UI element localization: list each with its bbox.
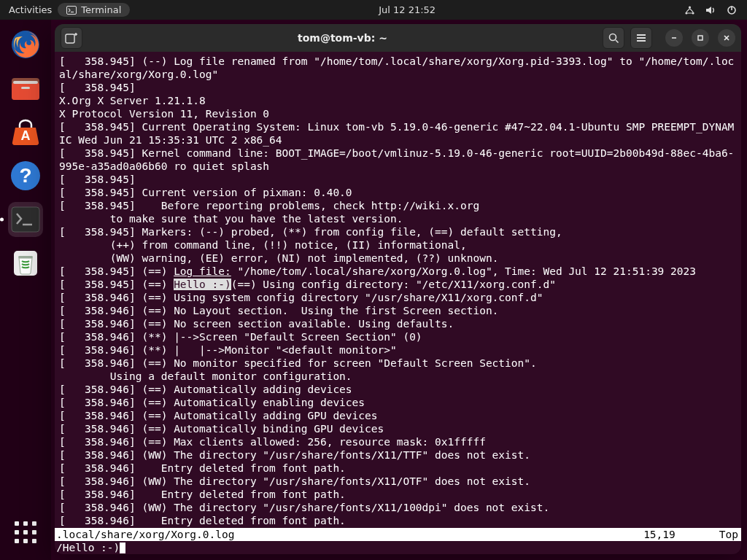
terminal-line: [ 358.946] (==) Automatically adding GPU… [59,409,737,422]
active-app-label: Terminal [81,4,121,15]
svg-text:?: ? [19,164,31,187]
vim-status-bar: .local/share/xorg/Xorg.0.log 15,19 Top [55,528,741,541]
terminal-line: [ 358.946] (WW) The directory "/usr/shar… [59,475,737,488]
terminal-line: [ 358.946] (==) No Layout section. Using… [59,304,737,317]
terminal-line: [ 358.945] (==) Log file: "/home/tom/.lo… [59,265,737,278]
terminal-line: [ 358.946] (WW) The directory "/usr/shar… [59,501,737,514]
svg-line-23 [616,40,619,43]
active-app-indicator[interactable]: Terminal [58,3,130,17]
terminal-line: [ 358.945] [59,173,737,186]
terminal-line: [ 358.945] Before reporting problems, ch… [59,199,737,212]
terminal-line: [ 358.946] (**) | |-->Monitor "<default … [59,343,737,357]
terminal-line: X.Org X Server 1.21.1.8 [59,94,737,107]
power-icon[interactable] [727,5,737,15]
software-icon[interactable]: A [8,114,43,149]
svg-rect-18 [18,256,33,258]
terminal-line: X Protocol Version 11, Revision 0 [59,107,737,120]
terminal-line: [ 358.946] (**) |-->Screen "Default Scre… [59,330,737,343]
network-icon[interactable] [684,5,695,15]
svg-point-22 [610,34,616,41]
cursor-icon [120,542,125,553]
terminal-line: (WW) warning, (EE) error, (NI) not imple… [59,252,737,265]
svg-point-2 [689,6,691,8]
files-icon[interactable] [8,71,43,106]
terminal-line: [ 358.945] [59,81,737,94]
terminal-line: [ 358.945] Kernel command line: BOOT_IMA… [59,147,737,173]
terminal-line: [ 358.946] (==) Automatically adding dev… [59,383,737,396]
svg-rect-9 [12,82,39,100]
svg-rect-11 [21,87,30,89]
top-panel: Activities Terminal Jul 12 21:52 [0,0,747,20]
terminal-line: [ 358.945] Markers: (--) probed, (**) fr… [59,225,737,238]
close-button[interactable] [718,29,735,47]
svg-point-3 [685,12,687,14]
clock[interactable]: Jul 12 21:52 [130,4,684,15]
svg-rect-19 [66,34,74,43]
svg-rect-10 [13,81,38,84]
show-applications-icon[interactable] [8,515,43,550]
terminal-small-icon [66,6,77,15]
terminal-line: [ 358.945] (--) Log file renamed from "/… [59,55,737,81]
terminal-line: [ 358.946] Entry deleted from font path. [59,488,737,501]
terminal-line: [ 358.945] Current Operating System: Lin… [59,120,737,147]
help-icon[interactable]: ? [8,158,43,193]
terminal-icon[interactable] [8,202,43,237]
search-highlight: Hello :-) [174,279,231,290]
terminal-line: [ 358.945] Current version of pixman: 0.… [59,186,737,199]
svg-text:A: A [21,128,31,143]
window-title: tom@tom-vb: ~ [88,32,597,44]
status-scroll: Top [719,529,738,540]
terminal-line: [ 358.946] (==) Max clients allowed: 256… [59,435,737,448]
terminal-line: [ 358.946] (==) Using system config dire… [59,291,737,304]
terminal-output[interactable]: [ 358.945] (--) Log file renamed from "/… [55,52,741,528]
svg-rect-28 [698,36,703,40]
status-filename: .local/share/xorg/Xorg.0.log [55,529,643,540]
hamburger-menu-button[interactable] [630,27,652,49]
search-prefix: / [56,542,63,553]
activities-button[interactable]: Activities [9,4,52,15]
minimize-button[interactable] [665,29,683,47]
firefox-icon[interactable] [8,27,43,62]
maximize-button[interactable] [692,29,709,47]
terminal-line: [ 358.946] (WW) The directory "/usr/shar… [59,448,737,462]
search-term: Hello :-) [63,542,120,553]
titlebar: tom@tom-vb: ~ [55,24,741,52]
terminal-line: [ 358.946] (==) No screen section availa… [59,317,737,330]
svg-rect-15 [12,207,39,232]
svg-rect-0 [67,6,77,14]
svg-point-4 [692,12,694,14]
status-cursor-pos: 15,19 [643,529,676,540]
search-button[interactable] [603,27,624,49]
volume-icon[interactable] [705,5,716,15]
trash-icon[interactable] [8,246,43,281]
terminal-line: Using a default monitor configuration. [59,370,737,383]
vim-search-line[interactable]: /Hello :-) [55,541,741,554]
terminal-line: [ 358.946] Entry deleted from font path. [59,514,737,527]
terminal-line: to make sure that you have the latest ve… [59,212,737,225]
terminal-line: [ 358.946] (==) Automatically enabling d… [59,396,737,409]
terminal-window: tom@tom-vb: ~ [ 358.945] (--) Log file r… [55,24,741,554]
terminal-line: [ 358.946] (==) No monitor specified for… [59,357,737,370]
terminal-line: [ 358.945] (==) Hello :-)(==) Using conf… [59,278,737,291]
new-tab-button[interactable] [61,27,82,49]
terminal-line: [ 358.946] Entry deleted from font path. [59,462,737,475]
terminal-line: (++) from command line, (!!) notice, (II… [59,238,737,252]
terminal-line: [ 358.946] (==) Automatically binding GP… [59,422,737,435]
dock: A ? [0,20,51,560]
